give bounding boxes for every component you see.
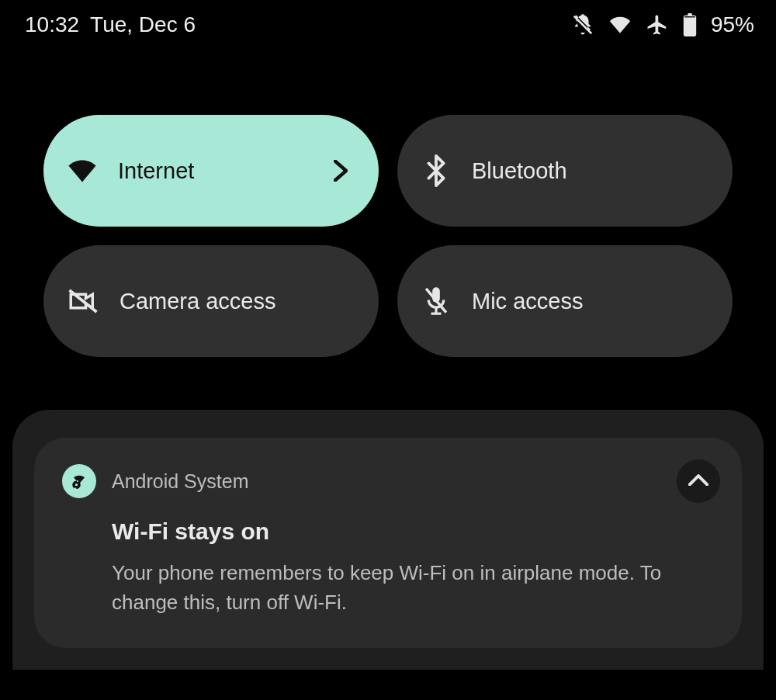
chevron-up-icon [688,473,708,489]
notification-shade: Android System Wi-Fi stays on Your phone… [0,357,776,670]
tile-label: Bluetooth [472,158,702,184]
tile-mic-access[interactable]: Mic access [397,245,733,357]
svg-rect-3 [684,16,695,17]
tile-internet[interactable]: Internet [43,115,379,227]
svg-point-10 [75,483,78,486]
quick-settings-grid: Internet Bluetooth Camera access [0,37,776,357]
svg-rect-1 [684,16,696,36]
wifi-icon [608,16,632,34]
status-time: 10:32 [25,12,79,37]
notification-body: Your phone remembers to keep Wi-Fi on in… [112,559,670,617]
notification-card[interactable]: Android System Wi-Fi stays on Your phone… [34,438,742,648]
battery-icon [683,13,697,36]
chevron-right-icon [334,160,348,182]
notification-group: Android System Wi-Fi stays on Your phone… [12,410,764,670]
tile-label: Internet [118,158,314,184]
app-icon [62,464,96,498]
status-bar: 10:32 Tue, Dec 6 95% [0,0,776,37]
collapse-button[interactable] [677,459,720,503]
wifi-icon [67,158,98,183]
status-date: Tue, Dec 6 [90,12,196,37]
tile-bluetooth[interactable]: Bluetooth [397,115,733,227]
mic-off-icon [421,285,452,317]
dnd-off-icon [571,13,594,36]
battery-percent: 95% [711,12,754,37]
notification-title: Wi-Fi stays on [112,518,714,545]
tile-label: Camera access [120,289,348,314]
airplane-mode-icon [646,13,669,36]
tile-camera-access[interactable]: Camera access [43,245,379,357]
svg-rect-2 [688,13,691,16]
camera-off-icon [67,287,99,315]
tile-label: Mic access [472,289,702,314]
bluetooth-icon [421,154,452,187]
notification-app-name: Android System [112,470,248,493]
